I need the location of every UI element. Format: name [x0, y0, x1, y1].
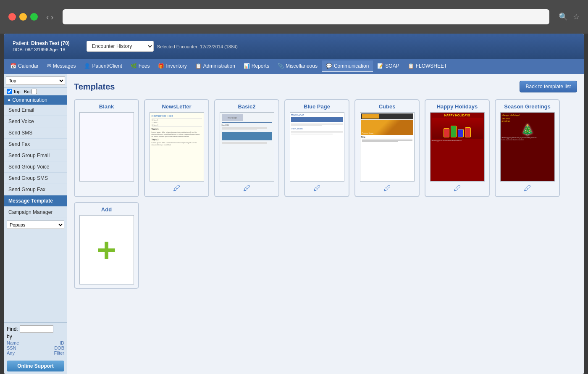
template-card-add[interactable]: Add + [74, 202, 139, 289]
search-icon[interactable]: 🔍 [559, 12, 568, 21]
tab-patient[interactable]: 👤 Patient/Client [80, 61, 126, 72]
maximize-button[interactable] [30, 13, 38, 21]
sidebar-item-send-email[interactable]: Send Email [4, 105, 67, 116]
encounter-section: Encounter History Selected Encounter: 12… [87, 41, 238, 52]
nl-body-text: Lorem ipsum dolor sit amet consectetur a… [152, 131, 202, 137]
sidebar-item-send-fax[interactable]: Send Fax [4, 139, 67, 150]
bp-text5 [291, 132, 343, 133]
bluepage-edit-icon[interactable]: 🖊 [313, 184, 321, 193]
basic2-preview-content: Your Logo May 2014 [220, 113, 274, 181]
seasons-edit-icon[interactable]: 🖊 [524, 184, 531, 193]
sidebar-item-campaign-manager[interactable]: Campaign Manager [4, 207, 67, 218]
find-by-row: by [7, 334, 64, 340]
tab-inventory[interactable]: 🎁 Inventory [154, 61, 191, 72]
template-card-newsletter[interactable]: NewsLetter Newsletter Title ☑ Item 1 ☑ I… [144, 99, 209, 197]
encounter-dropdown[interactable]: Encounter History [87, 41, 154, 52]
b2-text5 [222, 143, 267, 144]
fees-icon: 🌿 [131, 63, 137, 69]
template-card-bluepage[interactable]: Blue Page YOUR LOGO Title Content [284, 99, 349, 197]
template-newsletter-name: NewsLetter [162, 103, 191, 110]
dot-icon: ● [8, 97, 10, 103]
templates-grid: Blank NewsLetter Newsletter Title ☑ Item… [74, 99, 577, 289]
template-card-blank[interactable]: Blank [74, 99, 139, 197]
sidebar-item-send-group-email[interactable]: Send Group Email [4, 150, 67, 161]
top-select[interactable]: Top [6, 76, 65, 85]
find-by-dob[interactable]: DOB [54, 345, 64, 350]
close-button[interactable] [8, 13, 16, 21]
tab-fees-label: Fees [139, 63, 150, 69]
find-by-name[interactable]: Name [7, 340, 19, 345]
tab-flowsheet[interactable]: 📋 FLOWSHEET [404, 61, 452, 72]
c-header [361, 113, 413, 119]
tab-calendar[interactable]: 📅 Calendar [6, 61, 43, 72]
find-links-3: Any Filter [7, 350, 64, 356]
nl-divider2 [152, 126, 202, 127]
template-card-happy-holidays[interactable]: Happy Holidays HAPPY HOLIDAYS Wishing yo… [425, 99, 490, 197]
blank-preview-content [80, 113, 134, 181]
sidebar-item-send-group-voice[interactable]: Send Group Voice [4, 161, 67, 173]
template-basic2-name: Basic2 [238, 103, 256, 110]
add-preview-content: + [80, 216, 134, 284]
traffic-lights [8, 13, 38, 21]
bluepage-preview-content: YOUR LOGO Title Content [290, 113, 344, 181]
find-by-ssn[interactable]: SSN [7, 345, 16, 350]
back-arrow[interactable]: ‹ [46, 12, 49, 22]
tab-administration[interactable]: 📋 Administration [191, 61, 239, 72]
find-by-id[interactable]: ID [60, 340, 64, 345]
top-label-text: Top [13, 89, 21, 94]
reports-icon: 📊 [244, 63, 250, 69]
tab-soap[interactable]: 📝 SOAP [373, 61, 403, 72]
tab-soap-label: SOAP [385, 63, 399, 69]
star-icon[interactable]: ☆ [573, 12, 580, 21]
tab-miscellaneous[interactable]: 📎 Miscellaneous [273, 61, 322, 72]
tab-inventory-label: Inventory [166, 63, 186, 69]
back-to-template-list-button[interactable]: Back to template list [520, 81, 577, 92]
online-support-button[interactable]: Online Support [7, 361, 64, 371]
comm-icon: 💬 [326, 63, 332, 69]
templates-title: Templates [74, 82, 115, 92]
tab-messages[interactable]: ✉ Messages [43, 61, 80, 72]
sidebar-item-send-voice[interactable]: Send Voice [4, 116, 67, 127]
cubes-edit-icon[interactable]: 🖊 [383, 184, 391, 193]
forward-arrow[interactable]: › [51, 12, 54, 22]
tab-reports[interactable]: 📊 Reports [239, 61, 273, 72]
address-bar[interactable] [63, 9, 549, 24]
top-checkbox[interactable] [7, 89, 12, 94]
nl-title: Newsletter Title [152, 114, 202, 117]
template-card-basic2[interactable]: Basic2 Your Logo May 2014 [214, 99, 279, 197]
template-add-name: Add [101, 206, 112, 213]
patient-label: Patient: [13, 40, 30, 46]
sidebar-item-send-sms[interactable]: Send SMS [4, 127, 67, 139]
patient-icon: 👤 [84, 63, 90, 69]
sidebar-section-label: Communication [12, 97, 47, 103]
bp-text6 [291, 134, 333, 134]
popups-select[interactable]: Popups [7, 221, 64, 229]
find-by-any[interactable]: Any [7, 350, 15, 356]
template-blank-preview [79, 112, 134, 182]
find-input[interactable] [20, 325, 53, 333]
flowsheet-icon: 📋 [408, 63, 414, 69]
sidebar-item-message-template[interactable]: Message Template [4, 195, 67, 207]
template-card-season-greetings[interactable]: Season Greetings Happy Holidays! Season'… [495, 99, 560, 197]
b2-text4 [222, 142, 267, 143]
template-bluepage-preview: YOUR LOGO Title Content [290, 112, 344, 182]
find-row: Find: [7, 325, 64, 333]
minimize-button[interactable] [19, 13, 27, 21]
bp-logo-text: YOUR LOGO [291, 113, 343, 116]
bot-checkbox[interactable] [32, 89, 37, 94]
sidebar-item-send-group-fax[interactable]: Send Group Fax [4, 184, 67, 195]
seasons-preview-content: Happy Holidays! Season'sgreetings 🎄 Wish… [501, 113, 554, 181]
basic2-edit-icon[interactable]: 🖊 [243, 184, 251, 193]
find-by-filter[interactable]: Filter [54, 350, 64, 356]
template-holidays-preview: HAPPY HOLIDAYS Wishing you a wonderful h… [430, 112, 485, 182]
tab-communication[interactable]: 💬 Communication [322, 61, 373, 72]
sidebar-item-send-group-sms[interactable]: Send Group SMS [4, 173, 67, 184]
newsletter-edit-icon[interactable]: 🖊 [173, 184, 181, 193]
tab-fees[interactable]: 🌿 Fees [126, 61, 154, 72]
newsletter-preview-content: Newsletter Title ☑ Item 1 ☑ Item 2 ☑ Ite… [150, 113, 204, 181]
content-area: Templates Back to template list Blank Ne… [67, 74, 584, 374]
template-cubes-name: Cubes [379, 103, 396, 110]
template-cubes-preview: Postcard Image Title [360, 112, 415, 182]
template-card-cubes[interactable]: Cubes Postcard Image Title [354, 99, 420, 197]
holidays-edit-icon[interactable]: 🖊 [454, 184, 461, 193]
